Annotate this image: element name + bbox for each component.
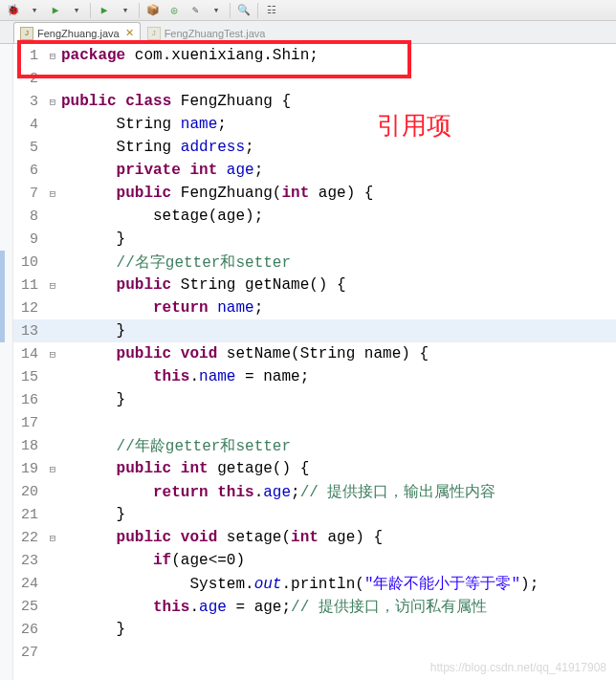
code-line[interactable]: 3⊟public class FengZhuang { (13, 90, 616, 113)
code-text[interactable]: } (59, 621, 125, 638)
line-number: 23 (13, 553, 46, 569)
line-number: 8 (13, 208, 46, 225)
code-line[interactable]: 7⊟ public FengZhuang(int age) { (13, 182, 616, 205)
code-text[interactable]: public void setName(String name) { (59, 345, 429, 362)
code-text[interactable]: } (59, 391, 125, 408)
separator (230, 3, 231, 18)
code-line[interactable]: 15 this.name = name; (13, 365, 616, 388)
code-text[interactable]: return this.age;// 提供接口，输出属性内容 (59, 482, 495, 502)
fold-toggle[interactable]: ⊟ (46, 532, 59, 544)
code-text[interactable]: if(age<=0) (59, 552, 245, 569)
fold-toggle[interactable]: ⊟ (46, 187, 59, 200)
fold-toggle[interactable]: ⊟ (46, 50, 59, 62)
code-text[interactable]: package com.xuenixiang.Shin; (59, 47, 319, 64)
code-line[interactable]: 23 if(age<=0) (13, 549, 616, 572)
tab-fengzhuangtest[interactable]: J FengZhuangTest.java (141, 22, 273, 43)
code-line[interactable]: 21 } (13, 503, 616, 526)
line-number: 13 (13, 323, 46, 340)
code-line[interactable]: 25 this.age = age;// 提供接口，访问私有属性 (13, 595, 616, 618)
code-line[interactable]: 10 //名字getter和setter (13, 251, 616, 274)
wand-icon[interactable]: ✎ (186, 2, 205, 19)
code-line[interactable]: 20 return this.age;// 提供接口，输出属性内容 (13, 480, 616, 503)
separator (90, 3, 91, 18)
code-text[interactable]: public int getage() { (59, 460, 309, 477)
dropdown-icon[interactable]: ▾ (25, 2, 44, 19)
separator (257, 3, 258, 18)
code-line[interactable]: 2 (13, 67, 616, 90)
code-line[interactable]: 4 String name; (13, 113, 616, 136)
code-text[interactable]: public class FengZhuang { (59, 93, 291, 110)
nav-icon[interactable]: ☷ (262, 2, 281, 19)
code-text[interactable]: private int age; (59, 162, 263, 179)
line-number: 6 (13, 163, 46, 179)
code-line[interactable]: 24 System.out.println("年龄不能小于等于零"); (13, 572, 616, 595)
code-line[interactable]: 22⊟ public void setage(int age) { (13, 526, 616, 549)
code-line[interactable]: 16 } (13, 388, 616, 411)
marker-gutter (0, 44, 13, 680)
line-number: 15 (13, 369, 46, 385)
line-number: 22 (13, 530, 46, 546)
line-number: 25 (13, 599, 46, 615)
fold-toggle[interactable]: ⊟ (46, 348, 59, 361)
code-line[interactable]: 14⊟ public void setName(String name) { (13, 342, 616, 365)
code-line[interactable]: 9 } (13, 228, 616, 251)
code-text[interactable]: } (59, 322, 125, 340)
code-line[interactable]: 12 return name; (13, 296, 616, 319)
fold-toggle[interactable]: ⊟ (46, 279, 59, 292)
code-text[interactable]: } (59, 230, 125, 248)
code-line[interactable]: 1⊟package com.xuenixiang.Shin; (13, 44, 616, 67)
line-number: 18 (13, 438, 46, 454)
code-line[interactable]: 11⊟ public String getName() { (13, 274, 616, 296)
code-text[interactable]: this.name = name; (59, 368, 309, 385)
code-text[interactable]: public FengZhuang(int age) { (59, 185, 373, 202)
run-icon[interactable]: ▶ (46, 2, 65, 19)
tab-fengzhuang[interactable]: J FengZhuang.java ✕ (13, 22, 141, 43)
code-text[interactable]: } (59, 506, 125, 523)
line-number: 20 (13, 484, 46, 500)
code-text[interactable]: setage(age); (59, 208, 263, 225)
fold-toggle[interactable]: ⊟ (46, 96, 59, 108)
code-body[interactable]: 1⊟package com.xuenixiang.Shin;23⊟public … (13, 44, 616, 680)
code-line[interactable]: 13 } (13, 319, 616, 342)
code-line[interactable]: 17 (13, 411, 616, 434)
java-file-icon: J (20, 27, 33, 40)
toolbar: 🐞 ▾ ▶ ▾ ▶ ▾ 📦 ◎ ✎ ▾ 🔍 ☷ (0, 0, 616, 21)
tab-label: FengZhuangTest.java (165, 28, 266, 39)
code-text[interactable]: this.age = age;// 提供接口，访问私有属性 (59, 597, 487, 617)
dropdown-icon[interactable]: ▾ (207, 2, 226, 19)
line-number: 27 (13, 645, 46, 661)
tab-label: FengZhuang.java (37, 28, 120, 39)
line-number: 12 (13, 300, 46, 317)
code-line[interactable]: 19⊟ public int getage() { (13, 457, 616, 480)
editor[interactable]: 1⊟package com.xuenixiang.Shin;23⊟public … (0, 44, 616, 680)
code-text[interactable]: //年龄getter和setter (59, 436, 291, 456)
line-number: 16 (13, 392, 46, 408)
change-marker (0, 251, 5, 342)
new-package-icon[interactable]: 📦 (143, 2, 163, 19)
code-text[interactable]: public void setage(int age) { (59, 529, 383, 546)
line-number: 7 (13, 186, 46, 202)
code-line[interactable]: 6 private int age; (13, 159, 616, 182)
dropdown-icon[interactable]: ▾ (116, 2, 135, 19)
line-number: 26 (13, 622, 46, 638)
line-number: 9 (13, 231, 46, 248)
code-text[interactable]: String name; (59, 116, 227, 133)
code-line[interactable]: 18 //年龄getter和setter (13, 434, 616, 457)
code-text[interactable]: System.out.println("年龄不能小于等于零"); (59, 574, 539, 594)
close-icon[interactable]: ✕ (125, 27, 134, 39)
fold-toggle[interactable]: ⊟ (46, 463, 59, 475)
code-line[interactable]: 5 String address; (13, 136, 616, 159)
code-line[interactable]: 26 } (13, 618, 616, 641)
code-text[interactable]: public String getName() { (59, 276, 346, 294)
dropdown-icon[interactable]: ▾ (67, 2, 86, 19)
code-text[interactable]: //名字getter和setter (59, 252, 291, 273)
line-number: 24 (13, 576, 46, 592)
new-class-icon[interactable]: ◎ (165, 2, 184, 19)
code-line[interactable]: 8 setage(age); (13, 205, 616, 228)
code-text[interactable]: String address; (59, 139, 254, 156)
search-icon[interactable]: 🔍 (234, 2, 253, 19)
run-ext-icon[interactable]: ▶ (95, 2, 114, 19)
debug-icon[interactable]: 🐞 (4, 2, 23, 19)
line-number: 1 (13, 48, 46, 64)
code-text[interactable]: return name; (59, 299, 263, 317)
